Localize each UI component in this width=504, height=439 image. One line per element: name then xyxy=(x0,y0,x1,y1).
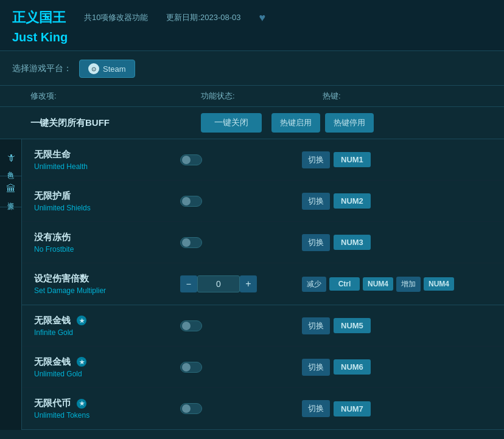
one-key-close-button[interactable]: 一键关闭 xyxy=(201,113,262,133)
hotkey-area-unlimited-shields: 切换 NUM2 xyxy=(302,193,492,210)
hotkey-area-infinite-gold: 切换 NUM5 xyxy=(302,317,492,334)
damage-minus-button[interactable]: － xyxy=(180,275,197,292)
cheat-name-no-frostbite: 没有冻伤 No Frostbite xyxy=(34,232,180,254)
cheat-name-unlimited-tokens: 无限代币 ★ Unlimited Tokens xyxy=(34,398,180,420)
toggle-area-unlimited-gold xyxy=(180,362,302,373)
cheat-en-no-frostbite: No Frostbite xyxy=(34,245,180,254)
cheat-cn-no-frostbite: 没有冻伤 xyxy=(34,232,180,243)
header: 正义国王 共10项修改器功能 更新日期:2023-08-03 ♥ Just Ki… xyxy=(0,0,504,51)
hotkey-key-num5: NUM5 xyxy=(334,318,371,333)
cheat-name-damage-multiplier: 设定伤害倍数 Set Damage Multiplier xyxy=(34,273,180,295)
table-row: 无限生命 Unlimited Health 切换 NUM1 xyxy=(22,139,504,181)
table-row: 无限金钱 ★ Unlimited Gold 切换 NUM6 xyxy=(22,347,504,388)
hotkey-switch-unlimited-health[interactable]: 切换 xyxy=(302,151,330,168)
toggle-infinite-gold[interactable] xyxy=(180,320,202,331)
badge-icon-unlimited-tokens: ★ xyxy=(77,399,86,409)
toggle-no-frostbite[interactable] xyxy=(180,237,202,248)
cheat-cn-unlimited-shields: 无限护盾 xyxy=(34,190,180,202)
num-input-area: － + xyxy=(180,275,302,292)
toggle-knob-unlimited-tokens xyxy=(182,404,191,413)
cheat-cn-unlimited-tokens: 无限代币 ★ xyxy=(34,398,180,409)
col-header-status: 功能状态: xyxy=(201,91,323,102)
toggle-knob-unlimited-gold xyxy=(182,363,191,372)
hotkey-switch-no-frostbite[interactable]: 切换 xyxy=(302,234,330,251)
cheat-cn-unlimited-health: 无限生命 xyxy=(34,149,180,161)
hotkey-key-num6: NUM6 xyxy=(334,359,371,375)
cheat-name-infinite-gold: 无限金钱 ★ Infinite Gold xyxy=(34,315,180,337)
badge-icon-unlimited-gold: ★ xyxy=(77,357,86,367)
hotkey-switch-unlimited-gold[interactable]: 切换 xyxy=(302,359,330,376)
hotkey-disable-button[interactable]: 热键停用 xyxy=(325,113,374,133)
character-section: 无限生命 Unlimited Health 切换 NUM1 无限护盾 Unli xyxy=(22,139,504,305)
toggle-knob-unlimited-shields xyxy=(182,197,191,206)
hotkey-increase-damage[interactable]: 增加 xyxy=(396,277,421,292)
toggle-unlimited-health[interactable] xyxy=(180,154,202,165)
hotkey-key-num1: NUM1 xyxy=(334,152,371,167)
hotkey-decrease-damage[interactable]: 减少 xyxy=(302,277,326,292)
cheat-en-unlimited-health: Unlimited Health xyxy=(34,162,180,171)
heart-icon[interactable]: ♥ xyxy=(259,12,266,24)
hotkey-num4-decrease: NUM4 xyxy=(363,277,393,291)
cheat-name-unlimited-shields: 无限护盾 Unlimited Shields xyxy=(34,190,180,212)
cheat-en-unlimited-tokens: Unlimited Tokens xyxy=(34,411,180,420)
damage-value-input[interactable] xyxy=(197,275,240,292)
col-header-hotkey: 热键: xyxy=(323,91,492,102)
hotkey-enable-button[interactable]: 热键启用 xyxy=(271,113,320,133)
cheat-name-unlimited-health: 无限生命 Unlimited Health xyxy=(34,149,180,171)
game-title-en: Just King xyxy=(12,30,492,44)
sidebar-section-character: 🗡 角色 xyxy=(0,145,21,176)
toggle-area-unlimited-shields xyxy=(180,196,302,207)
toggle-area-unlimited-health xyxy=(180,154,302,165)
col-header-name: 修改项: xyxy=(30,91,201,102)
main-content: 🗡 角色 🏛 资源 无限生命 Unlimited Health xyxy=(0,139,504,430)
content-area: 无限生命 Unlimited Health 切换 NUM1 无限护盾 Unli xyxy=(22,139,504,430)
table-row: 无限护盾 Unlimited Shields 切换 NUM2 xyxy=(22,181,504,222)
damage-plus-button[interactable]: + xyxy=(240,275,257,292)
hotkey-key-num7: NUM7 xyxy=(334,401,371,417)
toggle-knob-infinite-gold xyxy=(182,322,191,330)
table-row: 设定伤害倍数 Set Damage Multiplier － + 减少 Ctrl… xyxy=(22,263,504,305)
table-row: 无限金钱 ★ Infinite Gold 切换 NUM5 xyxy=(22,305,504,347)
hotkey-switch-unlimited-shields[interactable]: 切换 xyxy=(302,193,330,210)
toggle-unlimited-tokens[interactable] xyxy=(180,403,202,414)
toggle-unlimited-gold[interactable] xyxy=(180,362,202,373)
cheat-en-damage-multiplier: Set Damage Multiplier xyxy=(34,286,180,295)
cheat-table-header: 修改项: 功能状态: 热键: xyxy=(0,86,504,107)
header-update-date: 更新日期:2023-08-03 xyxy=(166,12,240,23)
header-meta-count: 共10项修改器功能 xyxy=(84,12,148,23)
hotkey-area-no-frostbite: 切换 NUM3 xyxy=(302,234,492,251)
header-top: 正义国王 共10项修改器功能 更新日期:2023-08-03 ♥ xyxy=(12,9,492,27)
platform-section: 选择游戏平台： ⊙ Steam xyxy=(0,51,504,86)
game-title-cn: 正义国王 xyxy=(12,9,66,27)
toggle-knob-no-frostbite xyxy=(182,238,191,247)
character-icon: 🗡 xyxy=(6,153,16,164)
sidebar: 🗡 角色 🏛 资源 xyxy=(0,139,22,430)
toggle-area-no-frostbite xyxy=(180,237,302,248)
sidebar-label-resources: 资源 xyxy=(6,197,15,199)
steam-icon: ⊙ xyxy=(88,63,99,74)
sidebar-section-resources: 🏛 资源 xyxy=(0,176,21,207)
hotkey-area-unlimited-health: 切换 NUM1 xyxy=(302,151,492,168)
cheat-cn-unlimited-gold: 无限金钱 ★ xyxy=(34,356,180,368)
cheat-name-unlimited-gold: 无限金钱 ★ Unlimited Gold xyxy=(34,356,180,378)
steam-button[interactable]: ⊙ Steam xyxy=(79,60,135,78)
hotkey-ctrl-damage: Ctrl xyxy=(329,277,360,291)
one-key-label: 一键关闭所有BUFF xyxy=(30,117,201,129)
one-key-row: 一键关闭所有BUFF 一键关闭 热键启用 热键停用 xyxy=(0,107,504,139)
toggle-unlimited-shields[interactable] xyxy=(180,196,202,207)
hotkey-switch-infinite-gold[interactable]: 切换 xyxy=(302,317,330,334)
hotkey-switch-unlimited-tokens[interactable]: 切换 xyxy=(302,400,330,417)
cheat-en-unlimited-shields: Unlimited Shields xyxy=(34,204,180,212)
resources-section: 无限金钱 ★ Infinite Gold 切换 NUM5 xyxy=(22,305,504,430)
cheat-cn-infinite-gold: 无限金钱 ★ xyxy=(34,315,180,327)
cheat-en-unlimited-gold: Unlimited Gold xyxy=(34,370,180,378)
resources-icon: 🏛 xyxy=(6,184,16,195)
hotkey-area-unlimited-gold: 切换 NUM6 xyxy=(302,359,492,376)
toggle-knob-unlimited-health xyxy=(182,156,191,164)
hotkey-num4-increase: NUM4 xyxy=(424,277,454,291)
hotkey-key-num2: NUM2 xyxy=(334,193,371,209)
table-row: 没有冻伤 No Frostbite 切换 NUM3 xyxy=(22,222,504,263)
platform-label: 选择游戏平台： xyxy=(12,63,72,74)
hotkey-area-unlimited-tokens: 切换 NUM7 xyxy=(302,400,492,417)
hotkey-area-damage-multiplier: 减少 Ctrl NUM4 增加 NUM4 xyxy=(302,277,492,292)
